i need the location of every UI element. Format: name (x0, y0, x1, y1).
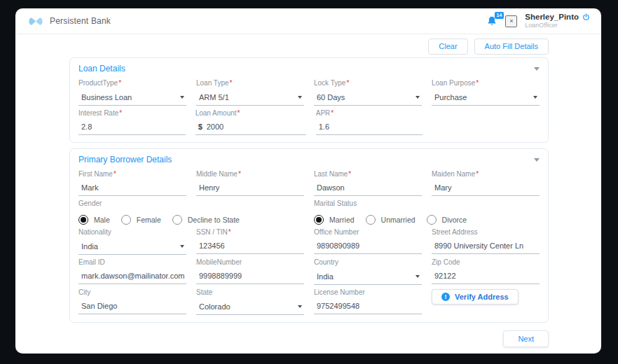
borrower-row-location: City State Colorado License Number (78, 288, 540, 315)
middle-name-field: Middle Name* (196, 170, 304, 196)
clear-button[interactable]: Clear (428, 38, 467, 55)
city-field: City (78, 288, 186, 315)
logout-power-icon[interactable] (582, 13, 590, 21)
marital-married-radio[interactable]: Married (314, 215, 355, 225)
radio-icon (121, 215, 131, 225)
loan-purpose-label: Loan Purpose (432, 79, 475, 87)
maiden-name-field: Maiden Name* (432, 170, 540, 196)
apr-label: APR (316, 109, 331, 117)
product-type-select[interactable]: Business Loan (78, 92, 186, 106)
license-number-input[interactable] (314, 302, 422, 314)
state-select[interactable]: Colorado (196, 302, 304, 315)
required-mark: * (230, 79, 233, 87)
borrower-row-radios: Gender Male Female Decline to State Mari… (78, 200, 540, 225)
caret-down-icon (416, 275, 420, 278)
maiden-name-input[interactable] (432, 183, 540, 196)
marital-status-label: Marital Status (314, 200, 357, 207)
toolbar: Clear Auto Fill Details (69, 38, 549, 55)
street-address-input[interactable] (432, 241, 540, 254)
required-mark: * (346, 79, 349, 87)
country-value: India (317, 272, 334, 281)
apr-input[interactable] (316, 122, 423, 135)
required-mark: * (348, 170, 351, 178)
first-name-input[interactable] (78, 183, 186, 196)
apr-field: APR* (316, 109, 423, 135)
product-type-label: ProductType (78, 79, 118, 87)
loan-amount-field: Loan Amount* $ (195, 109, 306, 135)
interest-rate-input[interactable] (78, 122, 186, 135)
nationality-value: India (81, 242, 98, 251)
email-input[interactable] (78, 272, 186, 284)
gender-label: Gender (78, 200, 102, 207)
zip-code-input[interactable] (432, 272, 540, 284)
user-name: Sherley_Pinto (525, 13, 579, 22)
state-value: Colorado (199, 302, 231, 311)
required-mark: * (119, 109, 122, 117)
autofill-button[interactable]: Auto Fill Details (474, 38, 549, 55)
loan-row-1: ProductType* Business Loan Loan Type* AR… (78, 79, 540, 106)
middle-name-input[interactable] (196, 183, 304, 196)
required-mark: * (331, 109, 334, 117)
license-number-label: License Number (314, 288, 365, 296)
office-number-field: Office Number (314, 228, 422, 255)
gender-male-radio[interactable]: Male (78, 215, 110, 225)
required-mark: * (476, 79, 479, 87)
loan-purpose-value: Purchase (434, 93, 467, 102)
app-bar: Persistent Bank 14 × Sherley_Pinto (15, 8, 601, 34)
radio-icon (314, 215, 324, 225)
nationality-select[interactable]: India (78, 241, 186, 255)
verify-address-button[interactable]: ! Verify Address (432, 289, 519, 304)
borrower-details-title: Primary Borrower Details (78, 155, 172, 164)
loan-details-card: Loan Details ProductType* Business Loan … (69, 57, 549, 143)
gender-field: Gender Male Female Decline to State (78, 200, 304, 225)
mobile-number-input[interactable] (196, 272, 304, 284)
gender-decline-radio[interactable]: Decline to State (172, 215, 240, 225)
nationality-field: Nationality India (78, 228, 186, 255)
product-type-value: Business Loan (81, 93, 132, 102)
ssn-label: SSN / TIN (196, 228, 228, 236)
lock-type-label: Lock Type (314, 79, 345, 87)
caret-down-icon (298, 305, 302, 308)
avatar: × (505, 15, 517, 27)
next-button[interactable]: Next (503, 330, 549, 347)
lock-type-field: Lock Type* 60 Days (314, 79, 422, 106)
notifications-bell-icon[interactable]: 14 (486, 15, 497, 27)
borrower-row-contact: Email ID MobileNumber Country India Zip … (78, 258, 540, 285)
zip-code-label: Zip Code (432, 258, 460, 266)
office-number-input[interactable] (314, 241, 422, 254)
last-name-input[interactable] (314, 183, 422, 196)
loan-type-value: ARM 5/1 (199, 93, 229, 102)
caret-down-icon (298, 96, 302, 99)
collapse-chevron-icon[interactable] (534, 158, 540, 162)
radio-icon (427, 215, 437, 225)
mobile-number-label: MobileNumber (196, 258, 242, 266)
license-number-field: License Number (314, 288, 422, 315)
city-input[interactable] (78, 302, 186, 314)
marital-divorce-radio[interactable]: Divorce (427, 215, 467, 225)
gender-female-radio[interactable]: Female (121, 215, 161, 225)
country-label: Country (314, 258, 338, 266)
page-content: Clear Auto Fill Details Loan Details Pro… (15, 34, 601, 347)
footer: Next (69, 330, 549, 347)
marital-unmarried-radio[interactable]: Unmarried (366, 215, 416, 225)
loan-purpose-field: Loan Purpose* Purchase (432, 79, 540, 106)
user-info: Sherley_Pinto LoanOfficer (525, 13, 590, 29)
lock-type-select[interactable]: 60 Days (314, 92, 422, 106)
country-select[interactable]: India (314, 272, 422, 285)
required-mark: * (476, 170, 479, 178)
loan-amount-input[interactable] (207, 122, 306, 131)
caret-down-icon (180, 96, 184, 99)
dollar-prefix: $ (198, 122, 202, 131)
ssn-input[interactable] (196, 241, 304, 254)
borrower-row-identity: Nationality India SSN / TIN* Office Numb… (78, 228, 540, 255)
collapse-chevron-icon[interactable] (534, 67, 540, 71)
loan-type-label: Loan Type (196, 79, 229, 87)
loan-type-select[interactable]: ARM 5/1 (196, 92, 304, 106)
first-name-field: First Name* (78, 170, 186, 196)
loan-purpose-select[interactable]: Purchase (432, 92, 540, 106)
loan-amount-label: Loan Amount (195, 109, 237, 117)
lock-type-value: 60 Days (317, 93, 345, 102)
loan-type-field: Loan Type* ARM 5/1 (196, 79, 304, 106)
street-address-label: Street Address (432, 228, 478, 236)
state-field: State Colorado (196, 288, 304, 315)
